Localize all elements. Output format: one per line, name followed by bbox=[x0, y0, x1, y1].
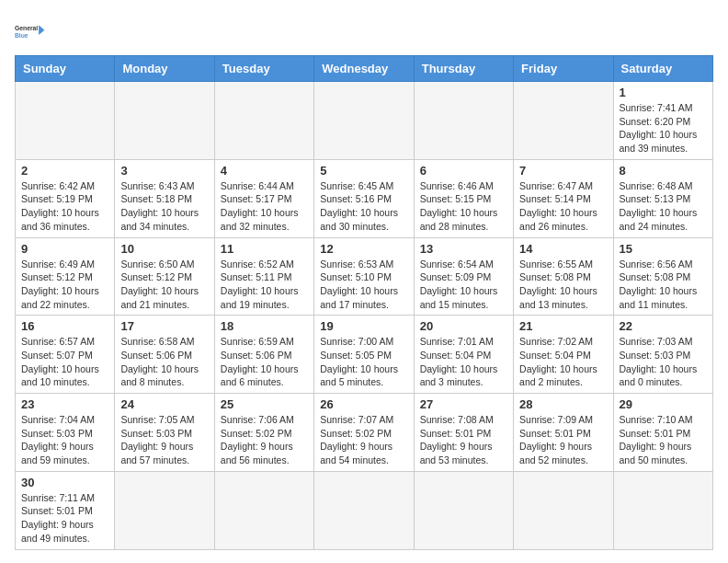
calendar-cell: 28Sunrise: 7:09 AM Sunset: 5:01 PM Dayli… bbox=[514, 394, 613, 472]
day-info: Sunrise: 7:03 AM Sunset: 5:03 PM Dayligh… bbox=[620, 335, 707, 389]
calendar-cell: 23Sunrise: 7:04 AM Sunset: 5:03 PM Dayli… bbox=[16, 394, 115, 472]
day-number: 27 bbox=[420, 397, 507, 411]
day-number: 26 bbox=[320, 397, 407, 411]
calendar-cell: 9Sunrise: 6:49 AM Sunset: 5:12 PM Daylig… bbox=[16, 237, 115, 316]
calendar-cell: 30Sunrise: 7:11 AM Sunset: 5:01 PM Dayli… bbox=[16, 471, 115, 549]
calendar-cell: 18Sunrise: 6:59 AM Sunset: 5:06 PM Dayli… bbox=[214, 316, 313, 394]
calendar-cell: 6Sunrise: 6:46 AM Sunset: 5:15 PM Daylig… bbox=[414, 159, 513, 237]
calendar-cell: 2Sunrise: 6:42 AM Sunset: 5:19 PM Daylig… bbox=[16, 159, 115, 237]
day-info: Sunrise: 6:53 AM Sunset: 5:10 PM Dayligh… bbox=[320, 258, 407, 312]
calendar-cell bbox=[414, 471, 513, 549]
day-info: Sunrise: 7:02 AM Sunset: 5:04 PM Dayligh… bbox=[519, 335, 607, 389]
header: GeneralBlue bbox=[15, 15, 713, 48]
day-info: Sunrise: 6:48 AM Sunset: 5:13 PM Dayligh… bbox=[620, 179, 707, 234]
calendar-cell: 29Sunrise: 7:10 AM Sunset: 5:01 PM Dayli… bbox=[613, 394, 712, 472]
day-info: Sunrise: 6:57 AM Sunset: 5:07 PM Dayligh… bbox=[21, 335, 108, 389]
calendar-cell: 1Sunrise: 7:41 AM Sunset: 6:20 PM Daylig… bbox=[613, 82, 712, 160]
day-info: Sunrise: 6:59 AM Sunset: 5:06 PM Dayligh… bbox=[221, 335, 308, 389]
day-number: 10 bbox=[120, 242, 208, 256]
day-number: 16 bbox=[21, 319, 108, 333]
day-header-thursday: Thursday bbox=[414, 56, 513, 82]
day-info: Sunrise: 7:10 AM Sunset: 5:01 PM Dayligh… bbox=[620, 413, 707, 467]
calendar-cell bbox=[414, 82, 513, 160]
day-number: 15 bbox=[620, 242, 707, 256]
day-number: 11 bbox=[221, 242, 308, 256]
day-info: Sunrise: 7:09 AM Sunset: 5:01 PM Dayligh… bbox=[519, 413, 607, 467]
day-number: 12 bbox=[320, 242, 407, 256]
calendar-week-1: 1Sunrise: 7:41 AM Sunset: 6:20 PM Daylig… bbox=[16, 82, 713, 160]
day-info: Sunrise: 6:43 AM Sunset: 5:18 PM Dayligh… bbox=[120, 179, 208, 234]
calendar-cell: 26Sunrise: 7:07 AM Sunset: 5:02 PM Dayli… bbox=[314, 394, 414, 472]
calendar-cell bbox=[16, 82, 115, 160]
day-info: Sunrise: 7:11 AM Sunset: 5:01 PM Dayligh… bbox=[21, 491, 108, 546]
calendar-cell: 5Sunrise: 6:45 AM Sunset: 5:16 PM Daylig… bbox=[314, 159, 414, 237]
calendar-cell bbox=[514, 82, 613, 160]
day-info: Sunrise: 6:45 AM Sunset: 5:16 PM Dayligh… bbox=[320, 179, 407, 234]
calendar-week-2: 2Sunrise: 6:42 AM Sunset: 5:19 PM Daylig… bbox=[16, 159, 713, 237]
calendar-cell: 10Sunrise: 6:50 AM Sunset: 5:12 PM Dayli… bbox=[115, 237, 214, 316]
day-header-sunday: Sunday bbox=[16, 56, 115, 82]
day-number: 28 bbox=[519, 397, 607, 411]
day-info: Sunrise: 6:52 AM Sunset: 5:11 PM Dayligh… bbox=[221, 258, 308, 312]
day-number: 20 bbox=[420, 319, 507, 333]
day-number: 14 bbox=[519, 242, 607, 256]
calendar-cell bbox=[613, 471, 712, 549]
calendar-cell bbox=[314, 471, 414, 549]
calendar-week-4: 16Sunrise: 6:57 AM Sunset: 5:07 PM Dayli… bbox=[16, 316, 713, 394]
day-info: Sunrise: 6:44 AM Sunset: 5:17 PM Dayligh… bbox=[221, 179, 308, 234]
day-number: 8 bbox=[620, 164, 707, 178]
calendar-cell: 7Sunrise: 6:47 AM Sunset: 5:14 PM Daylig… bbox=[514, 159, 613, 237]
day-header-monday: Monday bbox=[115, 56, 214, 82]
calendar-cell: 11Sunrise: 6:52 AM Sunset: 5:11 PM Dayli… bbox=[214, 237, 313, 316]
day-info: Sunrise: 6:46 AM Sunset: 5:15 PM Dayligh… bbox=[420, 179, 507, 234]
svg-marker-2 bbox=[39, 25, 44, 35]
day-number: 24 bbox=[120, 397, 208, 411]
day-number: 23 bbox=[21, 397, 108, 411]
calendar-week-3: 9Sunrise: 6:49 AM Sunset: 5:12 PM Daylig… bbox=[16, 237, 713, 316]
day-info: Sunrise: 7:41 AM Sunset: 6:20 PM Dayligh… bbox=[620, 101, 707, 155]
day-info: Sunrise: 7:04 AM Sunset: 5:03 PM Dayligh… bbox=[21, 413, 108, 467]
svg-text:Blue: Blue bbox=[15, 32, 28, 39]
day-number: 3 bbox=[120, 164, 208, 178]
day-info: Sunrise: 6:42 AM Sunset: 5:19 PM Dayligh… bbox=[21, 179, 108, 234]
calendar-cell: 27Sunrise: 7:08 AM Sunset: 5:01 PM Dayli… bbox=[414, 394, 513, 472]
day-number: 21 bbox=[519, 319, 607, 333]
calendar-cell: 3Sunrise: 6:43 AM Sunset: 5:18 PM Daylig… bbox=[115, 159, 214, 237]
day-info: Sunrise: 7:00 AM Sunset: 5:05 PM Dayligh… bbox=[320, 335, 407, 389]
calendar-cell bbox=[214, 471, 313, 549]
day-header-tuesday: Tuesday bbox=[214, 56, 313, 82]
day-header-wednesday: Wednesday bbox=[314, 56, 414, 82]
calendar-cell bbox=[514, 471, 613, 549]
calendar-week-5: 23Sunrise: 7:04 AM Sunset: 5:03 PM Dayli… bbox=[16, 394, 713, 472]
day-number: 5 bbox=[320, 164, 407, 178]
day-info: Sunrise: 7:01 AM Sunset: 5:04 PM Dayligh… bbox=[420, 335, 507, 389]
calendar-week-6: 30Sunrise: 7:11 AM Sunset: 5:01 PM Dayli… bbox=[16, 471, 713, 549]
calendar-cell: 13Sunrise: 6:54 AM Sunset: 5:09 PM Dayli… bbox=[414, 237, 513, 316]
day-info: Sunrise: 6:58 AM Sunset: 5:06 PM Dayligh… bbox=[120, 335, 208, 389]
day-info: Sunrise: 7:07 AM Sunset: 5:02 PM Dayligh… bbox=[320, 413, 407, 467]
calendar-cell: 24Sunrise: 7:05 AM Sunset: 5:03 PM Dayli… bbox=[115, 394, 214, 472]
day-number: 19 bbox=[320, 319, 407, 333]
day-number: 25 bbox=[221, 397, 308, 411]
day-number: 6 bbox=[420, 164, 507, 178]
day-number: 22 bbox=[620, 319, 707, 333]
calendar-cell bbox=[214, 82, 313, 160]
day-header-friday: Friday bbox=[514, 56, 613, 82]
day-number: 7 bbox=[519, 164, 607, 178]
calendar-cell: 14Sunrise: 6:55 AM Sunset: 5:08 PM Dayli… bbox=[514, 237, 613, 316]
day-info: Sunrise: 6:55 AM Sunset: 5:08 PM Dayligh… bbox=[519, 258, 607, 312]
calendar-cell: 21Sunrise: 7:02 AM Sunset: 5:04 PM Dayli… bbox=[514, 316, 613, 394]
calendar-cell: 4Sunrise: 6:44 AM Sunset: 5:17 PM Daylig… bbox=[214, 159, 313, 237]
calendar-cell: 15Sunrise: 6:56 AM Sunset: 5:08 PM Dayli… bbox=[613, 237, 712, 316]
day-info: Sunrise: 7:06 AM Sunset: 5:02 PM Dayligh… bbox=[221, 413, 308, 467]
day-info: Sunrise: 7:05 AM Sunset: 5:03 PM Dayligh… bbox=[120, 413, 208, 467]
day-info: Sunrise: 7:08 AM Sunset: 5:01 PM Dayligh… bbox=[420, 413, 507, 467]
calendar-cell: 8Sunrise: 6:48 AM Sunset: 5:13 PM Daylig… bbox=[613, 159, 712, 237]
calendar: SundayMondayTuesdayWednesdayThursdayFrid… bbox=[15, 55, 713, 550]
calendar-cell bbox=[115, 471, 214, 549]
logo: GeneralBlue bbox=[15, 15, 48, 48]
day-info: Sunrise: 6:50 AM Sunset: 5:12 PM Dayligh… bbox=[120, 258, 208, 312]
day-number: 18 bbox=[221, 319, 308, 333]
day-info: Sunrise: 6:54 AM Sunset: 5:09 PM Dayligh… bbox=[420, 258, 507, 312]
svg-text:General: General bbox=[15, 25, 38, 31]
